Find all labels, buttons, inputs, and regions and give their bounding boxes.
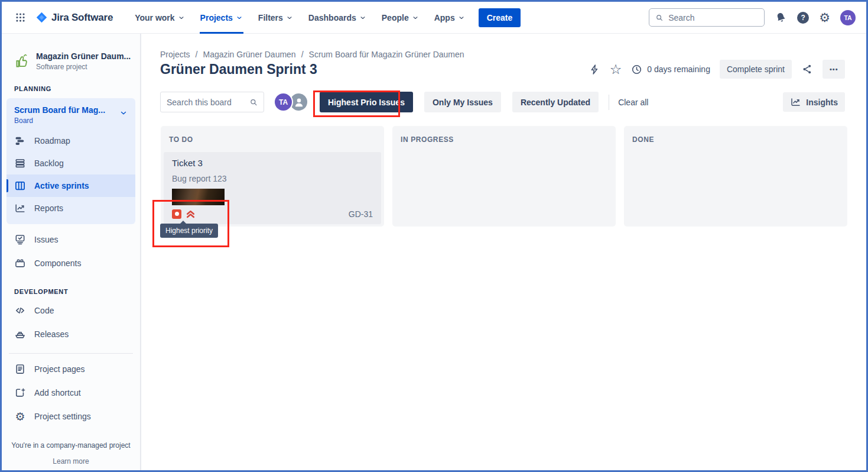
quick-filter-only-my-issues[interactable]: Only My Issues — [424, 92, 501, 112]
sidebar-item-label: Components — [34, 258, 81, 268]
insights-label: Insights — [806, 98, 838, 107]
insights-chart-icon — [790, 96, 801, 108]
person-icon — [292, 96, 305, 109]
code-icon — [14, 305, 26, 316]
user-avatar[interactable]: TA — [840, 10, 856, 25]
development-group: Code Releases — [6, 299, 135, 346]
card-footer: GD-31 — [172, 209, 373, 219]
quick-filter-recently-updated[interactable]: Recently Updated — [512, 92, 599, 112]
insights-button[interactable]: Insights — [783, 92, 845, 112]
breadcrumb-project-name[interactable]: Magazin Grüner Daumen — [203, 50, 295, 59]
chevron-down-icon[interactable] — [119, 109, 128, 117]
chevron-down-icon — [412, 14, 419, 21]
sidebar-item-releases[interactable]: Releases — [6, 322, 135, 346]
issues-icon — [14, 234, 26, 245]
more-actions-button[interactable]: ••• — [823, 60, 845, 79]
issues-group: Issues Components — [6, 228, 135, 275]
complete-sprint-button[interactable]: Complete sprint — [720, 60, 792, 79]
create-button[interactable]: Create — [479, 8, 521, 27]
column-todo: TO DO Ticket 3 Bug report 123 GD-31 — [161, 126, 384, 227]
app-switcher-icon[interactable] — [15, 12, 26, 23]
releases-ship-icon — [14, 328, 26, 340]
nav-apps[interactable]: Apps — [427, 2, 473, 34]
board-search[interactable] — [160, 92, 264, 112]
assignee-avatar-ta[interactable]: TA — [274, 92, 293, 112]
sidebar-item-label: Project pages — [34, 364, 85, 374]
sidebar-item-label: Add shortcut — [34, 388, 81, 397]
highest-priority-icon[interactable] — [186, 209, 196, 219]
bug-type-icon[interactable] — [172, 209, 181, 219]
global-search[interactable] — [649, 8, 765, 27]
column-header: DONE — [626, 128, 845, 150]
pages-doc-icon — [14, 363, 26, 375]
development-section-label: DEVELOPMENT — [2, 288, 140, 295]
top-navigation: Jira Software Your work Projects Filters… — [2, 2, 866, 34]
sidebar-item-roadmap[interactable]: Roadmap — [6, 130, 135, 152]
breadcrumb-board-name[interactable]: Scrum Board für Magazin Grüner Daumen — [309, 50, 464, 59]
project-header: Magazin Grüner Daum... Software project — [2, 51, 140, 71]
sidebar-divider — [9, 353, 133, 354]
components-icon — [14, 257, 26, 269]
nav-dashboards[interactable]: Dashboards — [301, 2, 374, 34]
sidebar-item-label: Backlog — [34, 159, 64, 168]
planning-group: Scrum Board für Mag... Board Roadmap Bac… — [6, 98, 135, 224]
issue-card[interactable]: Ticket 3 Bug report 123 GD-31 — [164, 152, 381, 224]
jira-logo[interactable]: Jira Software — [35, 11, 113, 24]
chevron-down-icon — [359, 14, 366, 21]
sidebar-item-label: Project settings — [34, 412, 91, 421]
title-actions: ☆ 0 days remaining Complete sprint ••• — [589, 60, 845, 79]
breadcrumb: Projects / Magazin Grüner Daumen / Scrum… — [160, 50, 464, 59]
card-attachment-thumbnail — [172, 189, 225, 205]
quick-filter-highest-prio[interactable]: Highest Prio Issues — [320, 92, 413, 112]
board-search-input[interactable] — [167, 98, 249, 107]
bug-dot — [175, 212, 179, 216]
sidebar-item-project-settings[interactable]: ⚙ Project settings — [6, 405, 135, 428]
nav-people[interactable]: People — [374, 2, 427, 34]
learn-more-link[interactable]: Learn more — [53, 457, 89, 465]
sidebar-item-label: Issues — [34, 235, 58, 244]
help-icon[interactable]: ? — [797, 12, 809, 24]
share-icon[interactable] — [801, 63, 813, 75]
sprint-days-remaining: 0 days remaining — [631, 64, 710, 75]
breadcrumb-separator: / — [196, 50, 198, 59]
automation-lightning-icon[interactable] — [589, 64, 600, 75]
sidebar-item-add-shortcut[interactable]: Add shortcut — [6, 381, 135, 405]
board-selector[interactable]: Scrum Board für Mag... Board — [6, 104, 135, 130]
sidebar-item-components[interactable]: Components — [6, 251, 135, 275]
filter-bar: TA Highest Prio Issues Only My Issues Re… — [160, 92, 845, 112]
sidebar-item-active-sprints[interactable]: Active sprints — [6, 174, 135, 197]
clear-all-filters[interactable]: Clear all — [618, 98, 648, 107]
breadcrumb-projects[interactable]: Projects — [160, 50, 190, 59]
sidebar-item-label: Releases — [34, 329, 69, 339]
assignee-avatars: TA — [274, 92, 308, 112]
roadmap-icon — [14, 135, 26, 147]
column-header: IN PROGRESS — [395, 128, 613, 150]
topnav-right: ? ⚙ TA — [649, 8, 856, 27]
sidebar-item-label: Reports — [34, 203, 63, 213]
card-subtitle: Bug report 123 — [172, 174, 373, 183]
sidebar-item-backlog[interactable]: Backlog — [6, 152, 135, 174]
global-search-input[interactable] — [668, 13, 758, 22]
shortcuts-group: Project pages Add shortcut ⚙ Project set… — [6, 357, 135, 428]
column-header: TO DO — [163, 128, 382, 150]
nav-projects[interactable]: Projects — [193, 2, 251, 34]
sprint-board: TO DO Ticket 3 Bug report 123 GD-31 IN P… — [161, 126, 847, 227]
project-sidebar: Magazin Grüner Daum... Software project … — [2, 34, 141, 470]
star-icon[interactable]: ☆ — [610, 63, 622, 76]
sidebar-item-project-pages[interactable]: Project pages — [6, 357, 135, 381]
backlog-icon — [14, 157, 26, 169]
nav-your-work[interactable]: Your work — [127, 2, 192, 34]
sidebar-item-code[interactable]: Code — [6, 299, 135, 322]
project-type: Software project — [36, 63, 131, 71]
sidebar-item-reports[interactable]: Reports — [6, 197, 135, 219]
days-remaining-text: 0 days remaining — [647, 64, 710, 74]
title-row: Grüner Daumen Sprint 3 ☆ 0 days remainin… — [160, 60, 845, 79]
reports-chart-icon — [14, 202, 26, 214]
settings-gear-icon[interactable]: ⚙ — [819, 11, 830, 24]
column-done: DONE — [624, 126, 847, 227]
board-selector-title: Scrum Board für Mag... — [14, 105, 105, 115]
sidebar-item-issues[interactable]: Issues — [6, 228, 135, 251]
nav-filters[interactable]: Filters — [251, 2, 301, 34]
jira-window: Jira Software Your work Projects Filters… — [0, 0, 868, 472]
notifications-bell-icon[interactable] — [775, 11, 787, 24]
